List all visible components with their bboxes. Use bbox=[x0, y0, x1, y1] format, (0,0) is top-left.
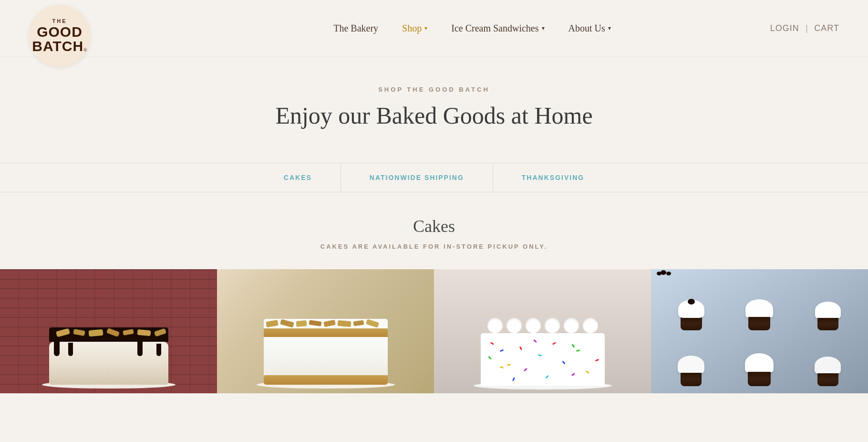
header-right: LOGIN | CART bbox=[770, 23, 839, 33]
nav-ice-cream[interactable]: Ice Cream Sandwiches ▾ bbox=[451, 23, 544, 34]
main-nav: The Bakery Shop ▾ Ice Cream Sandwiches ▾… bbox=[257, 23, 610, 34]
logo-batch: BATCH bbox=[32, 39, 83, 53]
cupcake bbox=[795, 276, 861, 330]
cake-crust bbox=[264, 375, 388, 385]
login-link[interactable]: LOGIN bbox=[770, 23, 799, 33]
header-divider: | bbox=[806, 23, 808, 33]
hero-section: SHOP THE GOOD BATCH Enjoy our Baked Good… bbox=[0, 57, 868, 163]
shop-label: SHOP THE GOOD BATCH bbox=[19, 86, 849, 93]
filter-tabs: CAKES NATIONWIDE SHIPPING THANKSGIVING bbox=[0, 163, 868, 192]
chevron-down-icon: ▾ bbox=[424, 25, 427, 32]
nav-about[interactable]: About Us ▾ bbox=[568, 23, 611, 34]
drip bbox=[156, 344, 161, 356]
cakes-subtitle: CAKES ARE AVAILABLE FOR IN-STORE PICKUP … bbox=[19, 243, 849, 250]
cupcakes-grid bbox=[651, 269, 868, 393]
logo[interactable]: THE GOOD BATCH ® bbox=[29, 5, 91, 67]
product-card[interactable] bbox=[434, 269, 651, 393]
product-image bbox=[217, 269, 434, 393]
cakes-section-heading: Cakes CAKES ARE AVAILABLE FOR IN-STORE P… bbox=[0, 192, 868, 269]
product-image bbox=[434, 269, 651, 393]
site-header: THE GOOD BATCH ® The Bakery Shop ▾ Ice C… bbox=[0, 0, 868, 57]
cake-body bbox=[49, 342, 168, 385]
logo-container[interactable]: THE GOOD BATCH ® bbox=[29, 5, 91, 67]
product-grid bbox=[0, 269, 868, 393]
product-card[interactable] bbox=[0, 269, 217, 393]
product-image bbox=[651, 269, 868, 393]
cakes-title: Cakes bbox=[19, 216, 849, 236]
filter-tab-nationwide[interactable]: NATIONWIDE SHIPPING bbox=[341, 163, 493, 192]
drip bbox=[54, 339, 60, 356]
product-card[interactable] bbox=[217, 269, 434, 393]
cupcake bbox=[658, 333, 724, 387]
product-card[interactable] bbox=[651, 269, 868, 393]
drip bbox=[137, 341, 143, 356]
cart-link[interactable]: CART bbox=[814, 23, 839, 33]
logo-the: THE bbox=[52, 18, 67, 24]
product-image bbox=[0, 269, 217, 393]
cupcake bbox=[726, 276, 792, 330]
drip bbox=[68, 343, 73, 356]
hero-title: Enjoy our Baked Goods at Home bbox=[19, 102, 849, 129]
cupcake bbox=[658, 276, 724, 330]
nav-bakery[interactable]: The Bakery bbox=[333, 23, 378, 34]
cake-body bbox=[481, 333, 605, 386]
logo-good: GOOD bbox=[37, 25, 83, 39]
chevron-down-icon: ▾ bbox=[608, 25, 611, 32]
cupcake bbox=[795, 333, 861, 387]
nav-shop[interactable]: Shop ▾ bbox=[402, 23, 427, 34]
cookie-topping bbox=[56, 330, 166, 336]
cake-crumble-top bbox=[264, 328, 388, 337]
filter-tab-thanksgiving[interactable]: THANKSGIVING bbox=[493, 163, 613, 192]
filter-tab-cakes[interactable]: CAKES bbox=[255, 163, 341, 192]
chevron-down-icon: ▾ bbox=[542, 25, 545, 32]
graham-topping bbox=[266, 321, 385, 326]
logo-reg: ® bbox=[83, 47, 87, 53]
cake-body bbox=[264, 337, 388, 375]
cupcake bbox=[726, 333, 792, 387]
frosting-top bbox=[474, 318, 612, 333]
